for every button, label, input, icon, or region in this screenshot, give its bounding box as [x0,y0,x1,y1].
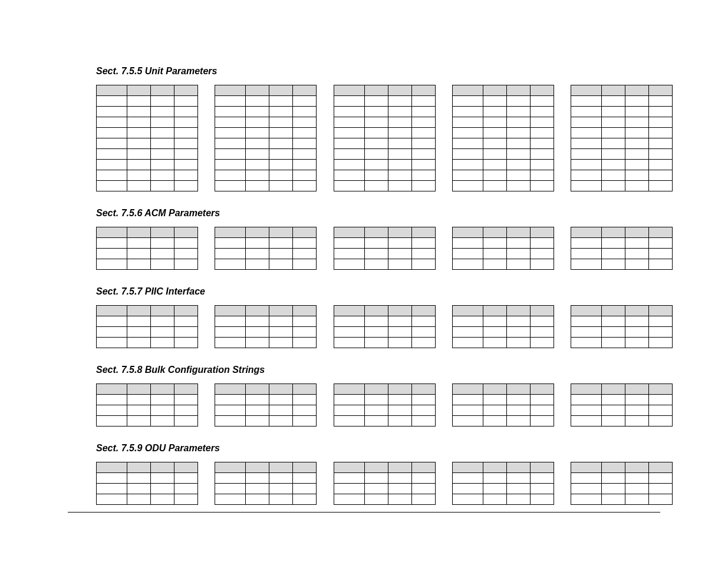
table-756-4 [452,227,554,270]
section-heading-756: Sect. 7.5.6 ACM Parameters [96,208,673,219]
table-756-5 [571,227,673,270]
tables-row-756 [96,227,673,270]
table-759-5 [571,462,673,505]
content-area: Sect. 7.5.5 Unit Parameters Sect. 7.5.6 … [96,66,673,521]
table-757-2 [215,305,317,348]
table-755-4 [452,85,554,191]
table-758-4 [452,384,554,427]
table-757-1 [96,305,198,348]
table-758-5 [571,384,673,427]
table-757-3 [334,305,436,348]
table-757-4 [452,305,554,348]
section-heading-755: Sect. 7.5.5 Unit Parameters [96,66,673,77]
section-heading-759: Sect. 7.5.9 ODU Parameters [96,443,673,454]
tables-row-757 [96,305,673,348]
table-755-2 [215,85,317,191]
table-759-4 [452,462,554,505]
table-756-3 [334,227,436,270]
tables-row-759 [96,462,673,505]
table-755-3 [334,85,436,191]
section-heading-758: Sect. 7.5.8 Bulk Configuration Strings [96,365,673,375]
table-755-5 [571,85,673,191]
table-757-5 [571,305,673,348]
section-heading-757: Sect. 7.5.7 PIIC Interface [96,286,673,297]
table-758-1 [96,384,198,427]
footer-rule [68,512,660,513]
table-759-3 [334,462,436,505]
table-758-3 [334,384,436,427]
page: Sect. 7.5.5 Unit Parameters Sect. 7.5.6 … [0,0,728,562]
table-758-2 [215,384,317,427]
tables-row-755 [96,85,673,191]
table-756-2 [215,227,317,270]
table-759-2 [215,462,317,505]
tables-row-758 [96,384,673,427]
table-756-1 [96,227,198,270]
table-759-1 [96,462,198,505]
table-755-1 [96,85,198,191]
